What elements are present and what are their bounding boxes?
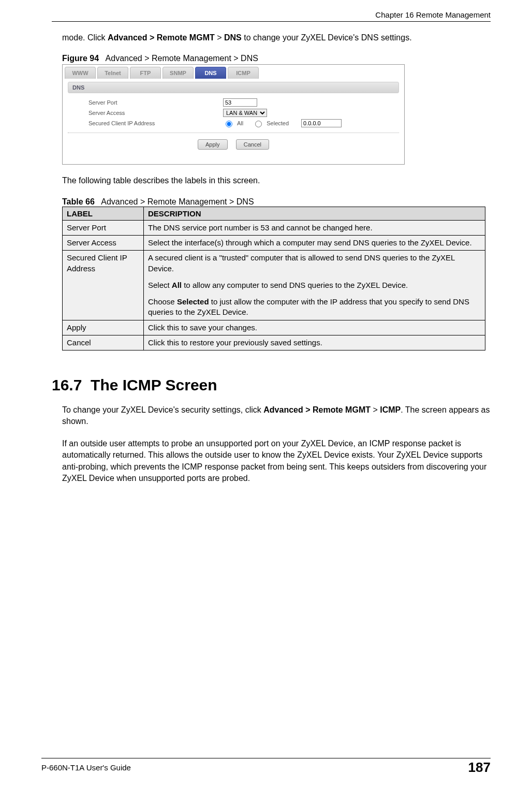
radio-all-label: All xyxy=(237,120,243,126)
after-figure-text: The following table describes the labels… xyxy=(62,175,491,186)
desc-paragraph: Click this to restore your previously sa… xyxy=(148,338,481,348)
text: > xyxy=(371,405,380,414)
text: mode. Click xyxy=(62,33,108,42)
cell-description: A secured client is a "trusted" computer… xyxy=(144,251,485,320)
table-row: ApplyClick this to save your changes. xyxy=(63,320,485,335)
section-number: 16.7 xyxy=(52,376,82,393)
text: > xyxy=(215,33,224,42)
table-title: Advanced > Remote Management > DNS xyxy=(101,197,254,206)
text: Choose xyxy=(148,297,177,306)
section-heading: 16.7 The ICMP Screen xyxy=(52,376,491,394)
footer-page-number: 187 xyxy=(468,759,491,776)
desc-paragraph: Click this to save your changes. xyxy=(148,323,481,333)
text: to allow any computer to send DNS querie… xyxy=(182,281,408,289)
text: Select xyxy=(148,281,172,289)
tab-ftp[interactable]: FTP xyxy=(130,67,161,79)
desc-paragraph: The DNS service port number is 53 and ca… xyxy=(148,223,481,233)
th-label: LABEL xyxy=(63,207,144,220)
figure-title: Advanced > Remote Management > DNS xyxy=(106,54,258,63)
chapter-header: Chapter 16 Remote Management xyxy=(52,10,491,21)
bold: DNS xyxy=(224,33,242,42)
bold: All xyxy=(172,281,182,289)
table-label: Table 66 xyxy=(62,197,95,206)
section-para-2: If an outside user attempts to probe an … xyxy=(62,438,491,485)
cell-label: Server Access xyxy=(63,236,144,251)
tab-telnet[interactable]: Telnet xyxy=(97,67,128,79)
cell-label: Apply xyxy=(63,320,144,335)
cell-label: Cancel xyxy=(63,335,144,350)
cell-label: Server Port xyxy=(63,220,144,235)
th-description: DESCRIPTION xyxy=(144,207,485,220)
radio-all[interactable] xyxy=(226,121,232,127)
section-para-1: To change your ZyXEL Device's security s… xyxy=(62,404,491,428)
cell-label: Secured Client IP Address xyxy=(63,251,144,320)
bold: Selected xyxy=(177,297,209,306)
section-title: The ICMP Screen xyxy=(91,376,217,393)
table-row: Server PortThe DNS service port number i… xyxy=(63,220,485,235)
section-header-dns: DNS xyxy=(68,82,399,93)
tab-www[interactable]: WWW xyxy=(65,67,96,79)
cell-description: Click this to restore your previously sa… xyxy=(144,335,485,350)
cell-description: Click this to save your changes. xyxy=(144,320,485,335)
desc-paragraph: Select All to allow any computer to send… xyxy=(148,280,481,290)
cell-description: Select the interface(s) through which a … xyxy=(144,236,485,251)
figure-label: Figure 94 xyxy=(62,54,99,63)
radio-selected[interactable] xyxy=(255,121,262,127)
tab-dns[interactable]: DNS xyxy=(195,67,226,79)
table-row: Server AccessSelect the interface(s) thr… xyxy=(63,236,485,251)
tab-snmp[interactable]: SNMP xyxy=(162,67,194,79)
label-server-access: Server Access xyxy=(88,110,223,116)
desc-paragraph: Select the interface(s) through which a … xyxy=(148,238,481,248)
input-ip-address[interactable] xyxy=(301,119,342,127)
text: To change your ZyXEL Device's security s… xyxy=(62,405,263,414)
desc-paragraph: Choose Selected to just allow the comput… xyxy=(148,297,481,318)
desc-paragraph: A secured client is a "trusted" computer… xyxy=(148,253,481,274)
text: to change your ZyXEL Device's DNS settin… xyxy=(242,33,412,42)
table-caption: Table 66 Advanced > Remote Management > … xyxy=(62,197,491,207)
bold: ICMP xyxy=(380,405,401,414)
tab-icmp[interactable]: ICMP xyxy=(228,67,259,79)
bold: Advanced > Remote MGMT xyxy=(263,405,371,414)
table-row: CancelClick this to restore your previou… xyxy=(63,335,485,350)
cell-description: The DNS service port number is 53 and ca… xyxy=(144,220,485,235)
cancel-button[interactable]: Cancel xyxy=(236,139,269,150)
bold: Advanced > Remote MGMT xyxy=(108,33,215,42)
table-row: Secured Client IP AddressA secured clien… xyxy=(63,251,485,320)
radio-selected-label: Selected xyxy=(267,120,289,126)
label-secured-client-ip: Secured Client IP Address xyxy=(88,120,223,126)
select-server-access[interactable]: LAN & WAN xyxy=(223,109,267,117)
intro-paragraph: mode. Click Advanced > Remote MGMT > DNS… xyxy=(62,32,491,43)
tab-bar: WWW Telnet FTP SNMP DNS ICMP xyxy=(63,65,404,79)
label-server-port: Server Port xyxy=(88,99,223,106)
input-server-port[interactable] xyxy=(223,98,257,107)
dns-screen-figure: WWW Telnet FTP SNMP DNS ICMP DNS Server … xyxy=(62,64,405,165)
footer-guide-name: P-660N-T1A User's Guide xyxy=(41,763,131,772)
apply-button[interactable]: Apply xyxy=(198,139,228,150)
description-table: LABEL DESCRIPTION Server PortThe DNS ser… xyxy=(62,207,485,350)
figure-caption: Figure 94 Advanced > Remote Management >… xyxy=(62,54,491,63)
